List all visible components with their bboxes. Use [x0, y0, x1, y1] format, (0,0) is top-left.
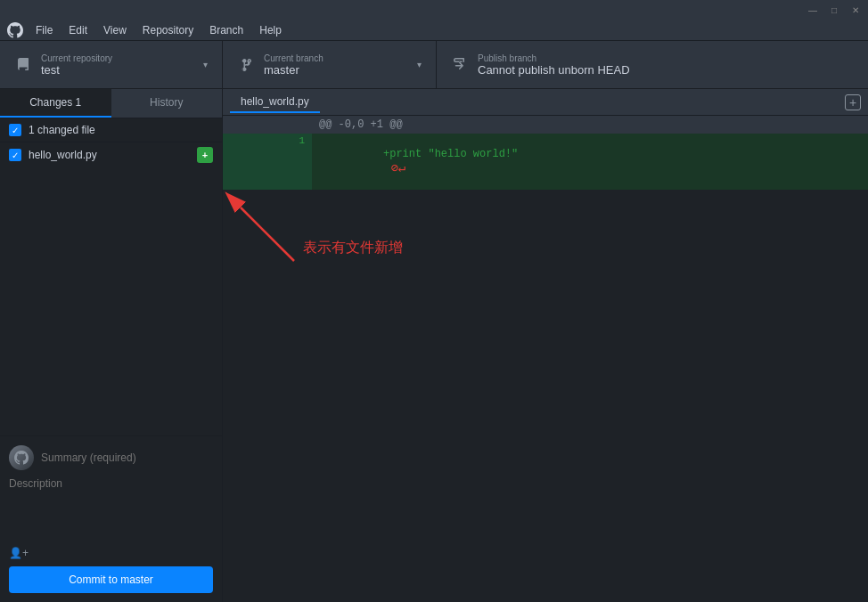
annotation: 表示有文件新增: [223, 190, 868, 297]
menu-branch[interactable]: Branch: [202, 22, 250, 38]
repo-text: Current repository test: [41, 53, 194, 77]
changed-header: ✓ 1 changed file: [0, 118, 222, 142]
diff-line-num-right: 1: [267, 134, 312, 190]
commit-summary-row: [9, 445, 213, 470]
publish-icon: [451, 56, 469, 74]
branch-icon: [237, 56, 255, 74]
commit-section: 👤+ Commit to master: [0, 435, 222, 602]
diff-hunk-header: @@ -0,0 +1 @@: [319, 118, 403, 131]
svg-line-1: [241, 207, 294, 261]
file-status-badge: +: [197, 147, 213, 163]
add-file-tab-button[interactable]: +: [845, 94, 861, 110]
tabs: Changes 1 History: [0, 89, 222, 118]
tab-history[interactable]: History: [111, 89, 223, 118]
annotation-arrow-svg: [223, 190, 330, 279]
diff-header: @@ -0,0 +1 @@: [223, 116, 868, 134]
co-authors-icon: 👤+: [9, 547, 29, 559]
commit-button[interactable]: Commit to master: [9, 566, 213, 593]
repo-section[interactable]: Current repository test ▾: [0, 41, 223, 88]
description-input[interactable]: [9, 477, 213, 540]
changed-label: 1 changed file: [29, 124, 95, 136]
minimize-button[interactable]: —: [807, 4, 818, 15]
publish-section[interactable]: Publish branch Cannot publish unborn HEA…: [437, 41, 868, 88]
avatar: [9, 445, 34, 470]
left-panel: Changes 1 History ✓ 1 changed file ✓ hel…: [0, 89, 223, 602]
branch-chevron: ▾: [417, 60, 422, 69]
repo-label: Current repository: [41, 53, 194, 63]
file-name: hello_world.py: [29, 149, 190, 161]
file-checkbox[interactable]: ✓: [9, 149, 21, 161]
publish-text: Publish branch Cannot publish unborn HEA…: [478, 53, 854, 77]
annotation-text: 表示有文件新增: [303, 239, 403, 257]
repo-icon: [14, 56, 32, 74]
summary-input[interactable]: [41, 452, 213, 464]
branch-label: Current branch: [264, 53, 408, 63]
titlebar: — □ ✕: [0, 0, 868, 20]
file-tabs: hello_world.py +: [223, 89, 868, 116]
diff-line-num-left: [223, 134, 267, 190]
publish-value: Cannot publish unborn HEAD: [478, 63, 854, 77]
branch-value: master: [264, 63, 408, 77]
tab-changes[interactable]: Changes 1: [0, 89, 111, 118]
right-panel: hello_world.py + @@ -0,0 +1 @@ 1 +print …: [223, 89, 868, 602]
toolbar: Current repository test ▾ Current branch…: [0, 41, 868, 89]
branch-section[interactable]: Current branch master ▾: [223, 41, 437, 88]
repo-chevron: ▾: [203, 60, 208, 69]
diff-content: @@ -0,0 +1 @@ 1 +print "hello world!" ⊘↵: [223, 116, 868, 602]
diff-line-text: +print "hello world!" ⊘↵: [312, 134, 868, 190]
menu-file[interactable]: File: [29, 22, 60, 38]
main-content: Changes 1 History ✓ 1 changed file ✓ hel…: [0, 89, 868, 602]
menu-edit[interactable]: Edit: [61, 22, 94, 38]
no-newline-icon: ⊘↵: [383, 161, 405, 175]
menu-repository[interactable]: Repository: [135, 22, 201, 38]
menu-help[interactable]: Help: [252, 22, 289, 38]
commit-footer: 👤+: [9, 547, 213, 559]
select-all-checkbox[interactable]: ✓: [9, 124, 21, 136]
file-list: ✓ hello_world.py +: [0, 142, 222, 435]
list-item[interactable]: ✓ hello_world.py +: [0, 142, 222, 167]
github-icon: [7, 22, 23, 38]
diff-line-added: 1 +print "hello world!" ⊘↵: [223, 134, 868, 190]
diff-file-tab[interactable]: hello_world.py: [230, 92, 320, 113]
menu-view[interactable]: View: [96, 22, 134, 38]
maximize-button[interactable]: □: [829, 4, 839, 15]
publish-label: Publish branch: [478, 53, 854, 63]
menubar: File Edit View Repository Branch Help: [0, 20, 868, 41]
branch-text: Current branch master: [264, 53, 408, 77]
close-button[interactable]: ✕: [850, 4, 861, 15]
repo-value: test: [41, 63, 194, 77]
